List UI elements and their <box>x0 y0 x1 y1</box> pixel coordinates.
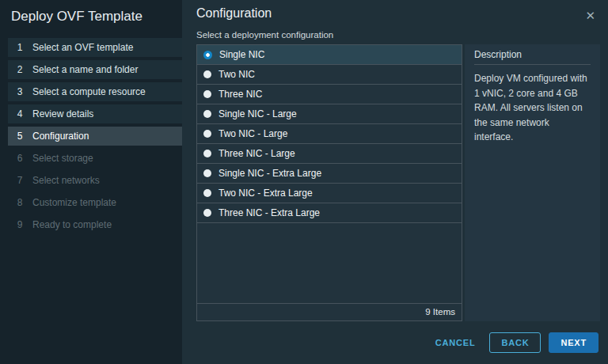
wizard-step-1-select-an-ovf-template[interactable]: 1Select an OVF template <box>8 38 182 57</box>
deploy-ovf-wizard-dialog: Deploy OVF Template 1Select an OVF templ… <box>0 0 608 364</box>
step-label: Select a compute resource <box>32 86 146 97</box>
config-option-label: Three NIC - Large <box>218 148 295 159</box>
step-number: 5 <box>16 131 24 142</box>
config-option-label: Two NIC - Extra Large <box>218 188 313 199</box>
config-option-label: Single NIC - Extra Large <box>218 168 321 179</box>
radio-icon[interactable] <box>203 189 211 197</box>
config-options-list: Single NICTwo NICThree NICSingle NIC - L… <box>197 45 462 303</box>
wizard-step-6-select-storage: 6Select storage <box>8 149 182 168</box>
description-panel: Description Deploy VM configured with 1 … <box>465 44 600 321</box>
step-number: 7 <box>16 175 24 186</box>
main-header: Configuration ✕ <box>182 0 608 25</box>
step-label: Select a name and folder <box>32 64 138 75</box>
config-option-row[interactable]: Three NIC - Extra Large <box>197 203 462 223</box>
step-label: Configuration <box>32 131 89 142</box>
step-number: 1 <box>16 42 24 53</box>
config-option-row[interactable]: Single NIC - Extra Large <box>197 164 462 184</box>
config-option-label: Single NIC - Large <box>218 108 297 119</box>
config-option-row[interactable]: Two NIC - Large <box>197 124 462 144</box>
radio-icon[interactable] <box>203 209 211 217</box>
radio-icon[interactable] <box>203 169 211 177</box>
page-title: Configuration <box>196 6 272 21</box>
description-title: Description <box>474 49 591 65</box>
wizard-main-panel: Configuration ✕ Select a deployment conf… <box>182 0 608 364</box>
step-number: 8 <box>16 197 24 208</box>
step-label: Select an OVF template <box>32 42 133 53</box>
wizard-step-2-select-a-name-and-folder[interactable]: 2Select a name and folder <box>8 60 182 79</box>
radio-icon[interactable] <box>203 90 211 98</box>
step-label: Ready to complete <box>32 219 112 230</box>
config-option-label: Two NIC - Large <box>218 128 287 139</box>
radio-icon[interactable] <box>203 150 211 157</box>
radio-icon[interactable] <box>203 70 211 78</box>
config-option-label: Three NIC - Extra Large <box>218 207 320 218</box>
step-number: 6 <box>16 153 24 164</box>
config-option-row[interactable]: Three NIC - Large <box>197 144 462 164</box>
config-option-row[interactable]: Two NIC <box>197 65 462 85</box>
step-number: 9 <box>16 219 24 230</box>
wizard-step-8-customize-template: 8Customize template <box>8 193 182 212</box>
items-count: 9 Items <box>197 303 462 320</box>
step-number: 4 <box>16 108 24 119</box>
radio-icon[interactable] <box>203 130 211 138</box>
content-area: Single NICTwo NICThree NICSingle NIC - L… <box>182 44 608 321</box>
step-label: Select networks <box>32 175 100 186</box>
config-table: Single NICTwo NICThree NICSingle NIC - L… <box>196 44 462 321</box>
step-number: 2 <box>16 64 24 75</box>
wizard-footer: CANCEL BACK NEXT <box>182 321 608 364</box>
config-option-label: Three NIC <box>218 89 262 100</box>
wizard-sidebar: Deploy OVF Template 1Select an OVF templ… <box>0 0 182 364</box>
wizard-step-3-select-a-compute-resource[interactable]: 3Select a compute resource <box>8 82 182 101</box>
wizard-step-7-select-networks: 7Select networks <box>8 171 182 190</box>
wizard-steps: 1Select an OVF template2Select a name an… <box>0 38 182 234</box>
config-option-row[interactable]: Single NIC - Large <box>197 104 462 124</box>
wizard-step-4-review-details[interactable]: 4Review details <box>8 104 182 123</box>
step-label: Select storage <box>32 153 93 164</box>
config-option-row[interactable]: Single NIC <box>197 45 462 65</box>
step-number: 3 <box>16 86 24 97</box>
config-option-label: Two NIC <box>218 69 255 80</box>
wizard-title: Deploy OVF Template <box>0 0 182 32</box>
description-text: Deploy VM configured with 1 vNIC, 2 core… <box>474 71 591 145</box>
step-label: Customize template <box>32 197 116 208</box>
close-icon[interactable]: ✕ <box>579 6 602 25</box>
config-option-row[interactable]: Three NIC <box>197 85 462 104</box>
wizard-step-9-ready-to-complete: 9Ready to complete <box>8 215 182 234</box>
cancel-button[interactable]: CANCEL <box>429 332 482 353</box>
deployment-config-subtitle: Select a deployment configuration <box>182 25 608 44</box>
radio-selected-icon[interactable] <box>203 51 212 59</box>
config-option-row[interactable]: Two NIC - Extra Large <box>197 184 462 203</box>
wizard-step-5-configuration[interactable]: 5Configuration <box>8 127 182 146</box>
config-option-label: Single NIC <box>219 49 264 60</box>
radio-icon[interactable] <box>203 110 211 118</box>
step-label: Review details <box>32 108 93 119</box>
back-button[interactable]: BACK <box>489 332 541 353</box>
next-button[interactable]: NEXT <box>549 332 598 353</box>
